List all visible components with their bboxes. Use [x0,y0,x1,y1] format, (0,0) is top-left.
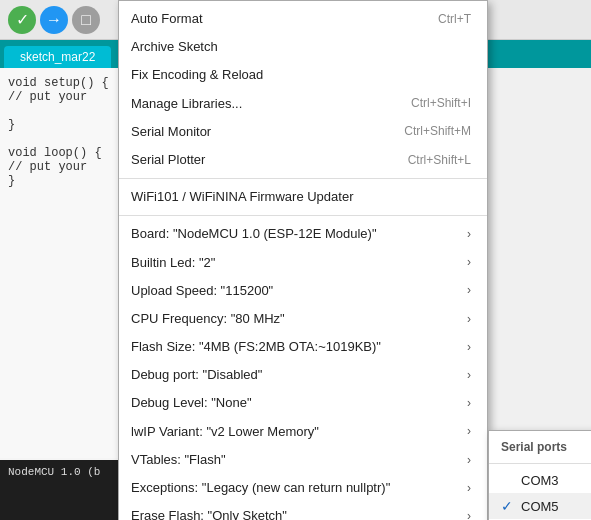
menu-item-label-debug-level: Debug Level: "None" [131,394,252,412]
menu-item-label-serial-monitor: Serial Monitor [131,123,211,141]
submenu-label-com3: COM3 [521,473,559,488]
upload-button[interactable]: → [40,6,68,34]
menu-item-label-vtables: VTables: "Flash" [131,451,226,469]
menu-item-label-builtin-led: Builtin Led: "2" [131,254,215,272]
menu-item-fix-encoding[interactable]: Fix Encoding & Reload [119,61,487,89]
menu-item-debug-port[interactable]: Debug port: "Disabled"› [119,361,487,389]
menu-item-exceptions[interactable]: Exceptions: "Legacy (new can return null… [119,474,487,502]
menu-arrow-debug-level: › [467,395,471,412]
sketch-tab[interactable]: sketch_mar22 [4,46,111,68]
menu-shortcut-serial-monitor: Ctrl+Shift+M [404,123,471,140]
menu-item-label-exceptions: Exceptions: "Legacy (new can return null… [131,479,390,497]
menu-item-label-cpu-freq: CPU Frequency: "80 MHz" [131,310,285,328]
menu-item-debug-level[interactable]: Debug Level: "None"› [119,389,487,417]
menu-arrow-debug-port: › [467,367,471,384]
menu-item-lwip-variant[interactable]: lwIP Variant: "v2 Lower Memory"› [119,418,487,446]
menu-shortcut-auto-format: Ctrl+T [438,11,471,28]
console-text: NodeMCU 1.0 (b [8,466,100,478]
menu-shortcut-manage-libraries: Ctrl+Shift+I [411,95,471,112]
submenu-separator [489,463,591,464]
menu-arrow-exceptions: › [467,480,471,497]
menu-shortcut-serial-plotter: Ctrl+Shift+L [408,152,471,169]
tab-label: sketch_mar22 [20,50,95,64]
menu-item-flash-size[interactable]: Flash Size: "4MB (FS:2MB OTA:~1019KB)"› [119,333,487,361]
menu-item-label-erase-flash: Erase Flash: "Only Sketch" [131,507,287,520]
submenu-item-com5[interactable]: ✓COM5 [489,493,591,519]
menu-arrow-builtin-led: › [467,254,471,271]
menu-arrow-flash-size: › [467,339,471,356]
menu-item-cpu-freq[interactable]: CPU Frequency: "80 MHz"› [119,305,487,333]
submenu-label-com5: COM5 [521,499,559,514]
menu-item-archive-sketch[interactable]: Archive Sketch [119,33,487,61]
menu-item-label-serial-plotter: Serial Plotter [131,151,205,169]
menu-arrow-erase-flash: › [467,508,471,520]
menu-item-label-auto-format: Auto Format [131,10,203,28]
menu-arrow-lwip-variant: › [467,423,471,440]
menu-arrow-board: › [467,226,471,243]
check-icon-com5: ✓ [501,498,517,514]
submenu-item-com3[interactable]: COM3 [489,468,591,493]
port-submenu: Serial portsCOM3✓COM5 [488,430,591,520]
menu-item-erase-flash[interactable]: Erase Flash: "Only Sketch"› [119,502,487,520]
menu-item-serial-monitor[interactable]: Serial MonitorCtrl+Shift+M [119,118,487,146]
menu-separator-separator1 [119,178,487,179]
menu-item-label-manage-libraries: Manage Libraries... [131,95,242,113]
menu-item-label-upload-speed: Upload Speed: "115200" [131,282,273,300]
menu-item-auto-format[interactable]: Auto FormatCtrl+T [119,5,487,33]
menu-item-label-fix-encoding: Fix Encoding & Reload [131,66,263,84]
menu-item-board[interactable]: Board: "NodeMCU 1.0 (ESP-12E Module)"› [119,220,487,248]
menu-item-builtin-led[interactable]: Builtin Led: "2"› [119,249,487,277]
menu-item-label-board: Board: "NodeMCU 1.0 (ESP-12E Module)" [131,225,377,243]
menu-item-label-debug-port: Debug port: "Disabled" [131,366,262,384]
menu-item-label-lwip-variant: lwIP Variant: "v2 Lower Memory" [131,423,319,441]
submenu-header: Serial ports [489,435,591,459]
menu-item-wifi-updater[interactable]: WiFi101 / WiFiNINA Firmware Updater [119,183,487,211]
menu-item-manage-libraries[interactable]: Manage Libraries...Ctrl+Shift+I [119,90,487,118]
menu-separator-separator2 [119,215,487,216]
new-button[interactable]: □ [72,6,100,34]
menu-arrow-upload-speed: › [467,282,471,299]
menu-item-label-wifi-updater: WiFi101 / WiFiNINA Firmware Updater [131,188,353,206]
menu-item-label-flash-size: Flash Size: "4MB (FS:2MB OTA:~1019KB)" [131,338,381,356]
menu-item-upload-speed[interactable]: Upload Speed: "115200"› [119,277,487,305]
menu-item-label-archive-sketch: Archive Sketch [131,38,218,56]
menu-arrow-vtables: › [467,452,471,469]
tools-dropdown-menu: Auto FormatCtrl+TArchive SketchFix Encod… [118,0,488,520]
menu-item-vtables[interactable]: VTables: "Flash"› [119,446,487,474]
menu-arrow-cpu-freq: › [467,311,471,328]
verify-button[interactable]: ✓ [8,6,36,34]
menu-item-serial-plotter[interactable]: Serial PlotterCtrl+Shift+L [119,146,487,174]
